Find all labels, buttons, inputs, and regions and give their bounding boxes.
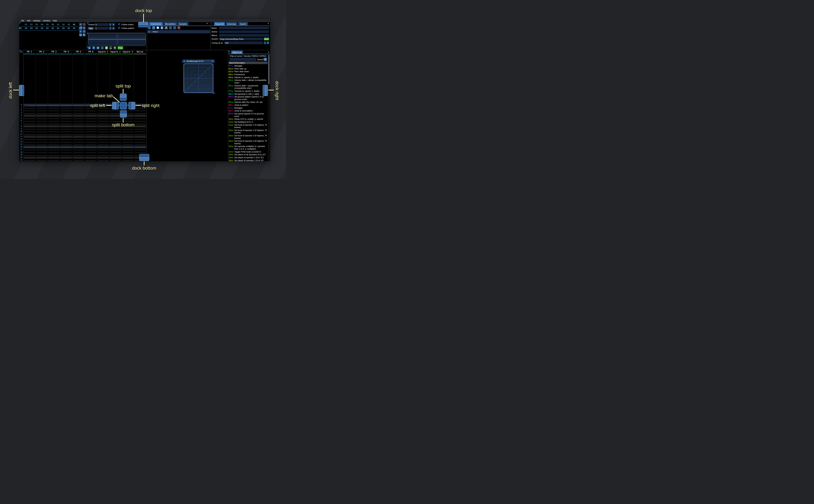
effect-row-0Bxx[interactable]: 0BxxJump to pattern <box>228 104 268 106</box>
pattern-cell[interactable] <box>60 146 72 148</box>
play-button[interactable]: ▶ <box>88 46 91 49</box>
pattern-cell[interactable] <box>23 159 36 161</box>
effect-row-1Bxx[interactable]: 1BxxSet attack of operator 2 (0 to 1F) <box>228 159 268 161</box>
pattern-cell[interactable] <box>85 143 97 146</box>
pattern-cell[interactable] <box>23 135 36 138</box>
pattern-cell[interactable] <box>134 114 146 117</box>
pattern-cell[interactable] <box>36 133 48 135</box>
pattern-cell[interactable] <box>122 127 134 130</box>
move-instrument-down-button[interactable]: ↓ <box>173 26 176 29</box>
pattern-cell[interactable] <box>122 146 134 148</box>
effect-row-13xx[interactable]: 13xxSet level of operator 2 (0 highest, … <box>228 129 268 134</box>
pattern-cell[interactable] <box>72 151 85 154</box>
effect-list-scrollbar[interactable] <box>268 54 270 161</box>
pattern-cell[interactable] <box>109 109 122 112</box>
pattern-cell[interactable] <box>72 112 85 114</box>
pattern-cell[interactable] <box>109 154 122 156</box>
pattern-cell[interactable] <box>85 159 97 161</box>
pattern-cell[interactable] <box>23 125 36 127</box>
pattern-cell[interactable] <box>48 159 60 161</box>
pattern-cell[interactable] <box>122 135 134 138</box>
menu-item-window[interactable]: window <box>43 20 50 22</box>
metronome-button[interactable] <box>109 46 112 49</box>
pattern-cell[interactable] <box>23 117 36 120</box>
effect-row-16xy[interactable]: 16xySet operator multiplier (x: operator… <box>228 145 268 150</box>
pattern-cell[interactable] <box>97 117 109 120</box>
pattern-cell[interactable] <box>122 141 134 143</box>
follow-pattern-checkbox[interactable]: ✓ <box>118 27 120 29</box>
pattern-editor[interactable]: ++ FM 1FM 2FM 3FM 4FM 5FM 6Square 1Squar… <box>19 50 146 161</box>
channel-header-fm-3[interactable]: FM 3 <box>48 50 60 53</box>
pattern-cell[interactable] <box>60 104 72 106</box>
move-order-down-button[interactable]: ∨ <box>79 30 82 33</box>
pattern-cell[interactable] <box>134 138 146 141</box>
effect-row-14xx[interactable]: 14xxSet level of operator 3 (0 highest, … <box>228 134 268 139</box>
oscilloscope-xy-titlebar[interactable]: ▼ Oscilloscope (X-Y) × <box>182 60 215 63</box>
pattern-cell[interactable] <box>122 148 134 151</box>
pattern-cell[interactable] <box>36 120 48 122</box>
effect-row-03xx[interactable]: 03xxPortamento <box>228 73 268 76</box>
pattern-cell[interactable] <box>97 125 109 127</box>
pattern-cell[interactable] <box>36 122 48 125</box>
stop-button[interactable]: ↓ <box>101 46 104 49</box>
pattern-cell[interactable] <box>60 154 72 156</box>
pattern-cell[interactable] <box>97 122 109 125</box>
pattern-cell[interactable] <box>72 127 85 130</box>
order-cell-F1[interactable]: 00 <box>23 27 29 29</box>
pattern-cell[interactable] <box>23 148 36 151</box>
effect-search-input[interactable] <box>229 58 256 61</box>
pattern-cell[interactable] <box>60 109 72 112</box>
pattern-cell[interactable] <box>134 133 146 135</box>
pattern-cell[interactable] <box>60 135 72 138</box>
menu-item-file[interactable]: file <box>21 20 24 22</box>
pattern-cell[interactable] <box>109 120 122 122</box>
pattern-cell[interactable] <box>72 135 85 138</box>
move-instrument-up-button[interactable]: ↑ <box>169 26 172 29</box>
author-input[interactable] <box>219 30 269 33</box>
pattern-cell[interactable] <box>85 138 97 141</box>
pattern-cell[interactable] <box>122 130 134 133</box>
pattern-cell[interactable] <box>72 148 85 151</box>
channel-header-square-1[interactable]: Square 1 <box>97 50 109 53</box>
pattern-cell[interactable] <box>97 112 109 114</box>
pattern-row-14[interactable]: 14 <box>19 141 146 143</box>
pattern-row-11[interactable]: 11 <box>19 133 146 135</box>
order-cell-F3[interactable]: 00 <box>34 27 39 29</box>
pattern-cell[interactable] <box>109 127 122 130</box>
step-plus-button[interactable]: + <box>112 27 115 30</box>
pattern-cell[interactable] <box>23 127 36 130</box>
pattern-cell[interactable] <box>85 120 97 122</box>
pattern-cell[interactable] <box>109 117 122 120</box>
collapse-icon[interactable]: ▼ <box>184 60 185 62</box>
pattern-cell[interactable] <box>97 141 109 143</box>
pattern-cell[interactable] <box>85 114 97 117</box>
instrument-type-button[interactable] <box>165 26 168 29</box>
pattern-cell[interactable] <box>48 104 60 106</box>
oscilloscope-xy-close-icon[interactable]: × <box>211 60 214 62</box>
effect-row-02xx[interactable]: 02xxPitch slide down <box>228 70 268 73</box>
deep-clone-button[interactable] <box>79 33 82 36</box>
effect-row-09xx[interactable]: 09xxSet groove pattern (speed 1 if no gr… <box>228 96 268 101</box>
pattern-cell[interactable] <box>97 138 109 141</box>
pattern-cell[interactable] <box>85 151 97 154</box>
pattern-cell[interactable] <box>85 154 97 156</box>
pattern-row-3[interactable]: 3 <box>19 112 146 114</box>
song-info-tab-list-icon[interactable]: ▼▼ <box>211 23 212 25</box>
pattern-cell[interactable] <box>85 117 97 120</box>
octave-input[interactable]: 3 <box>95 23 109 26</box>
edit-record-button[interactable] <box>105 46 108 49</box>
pattern-row-17[interactable]: 17 <box>19 148 146 151</box>
pattern-cell[interactable] <box>36 125 48 127</box>
oscilloscope-xy-window[interactable]: ▼ Oscilloscope (X-Y) × <box>182 60 215 94</box>
pattern-cell[interactable] <box>36 138 48 141</box>
pattern-row-4[interactable]: 4 <box>19 114 146 117</box>
pattern-cell[interactable] <box>72 138 85 141</box>
tab-speed[interactable]: Speed <box>238 22 248 26</box>
pattern-cell[interactable] <box>72 106 85 109</box>
pattern-cell[interactable] <box>109 130 122 133</box>
pattern-cell[interactable] <box>60 106 72 109</box>
pattern-cell[interactable] <box>122 159 134 161</box>
follow-orders-checkbox[interactable]: ✓ <box>118 23 120 26</box>
pattern-cell[interactable] <box>122 154 134 156</box>
pattern-cell[interactable] <box>72 117 85 120</box>
